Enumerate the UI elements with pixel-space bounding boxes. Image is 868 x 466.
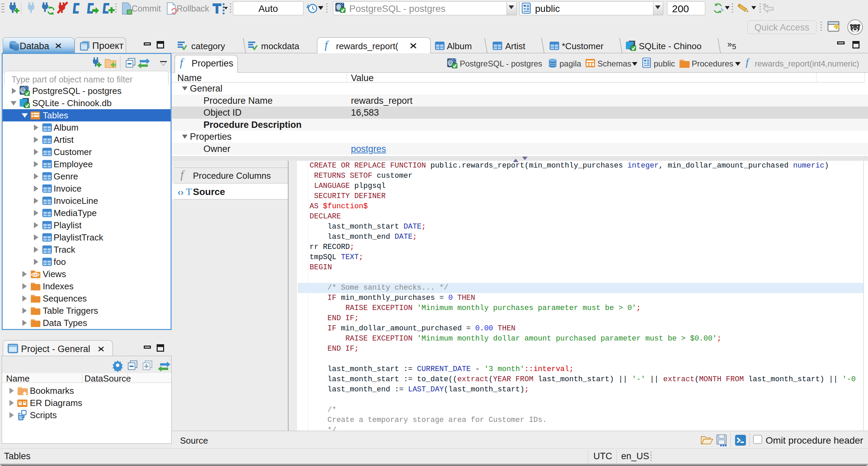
svg-text:f: f [180, 168, 185, 181]
